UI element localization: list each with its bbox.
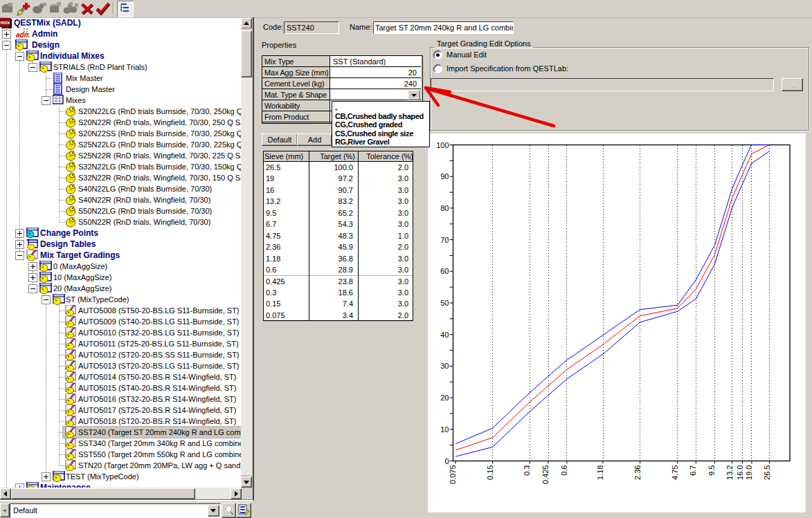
svg-text:0.425: 0.425	[541, 465, 550, 485]
svg-text:0.6: 0.6	[560, 465, 568, 476]
svg-text:2.36: 2.36	[633, 465, 642, 480]
svg-text:30: 30	[440, 362, 449, 370]
svg-text:40: 40	[440, 331, 449, 339]
svg-text:100: 100	[436, 141, 449, 149]
svg-text:10: 10	[440, 425, 449, 434]
svg-text:6.7: 6.7	[689, 465, 697, 476]
svg-text:0.075: 0.075	[449, 465, 457, 485]
svg-text:20: 20	[440, 394, 449, 402]
svg-text:1.18: 1.18	[596, 465, 604, 480]
svg-text:50: 50	[440, 299, 449, 307]
svg-text:13.2: 13.2	[725, 465, 734, 480]
svg-text:0.3: 0.3	[523, 465, 531, 476]
svg-text:60: 60	[440, 267, 449, 275]
svg-text:0: 0	[444, 457, 449, 465]
svg-text:0.15: 0.15	[486, 465, 494, 480]
svg-text:19.0: 19.0	[745, 465, 753, 480]
svg-text:9.5: 9.5	[707, 465, 716, 476]
svg-text:90: 90	[440, 172, 449, 181]
svg-text:16.0: 16.0	[736, 465, 744, 480]
svg-text:70: 70	[440, 236, 449, 244]
svg-text:4.75: 4.75	[671, 465, 679, 480]
svg-text:mix: mix	[1, 19, 10, 26]
svg-text:26.5: 26.5	[763, 465, 771, 480]
svg-text:80: 80	[440, 204, 449, 212]
